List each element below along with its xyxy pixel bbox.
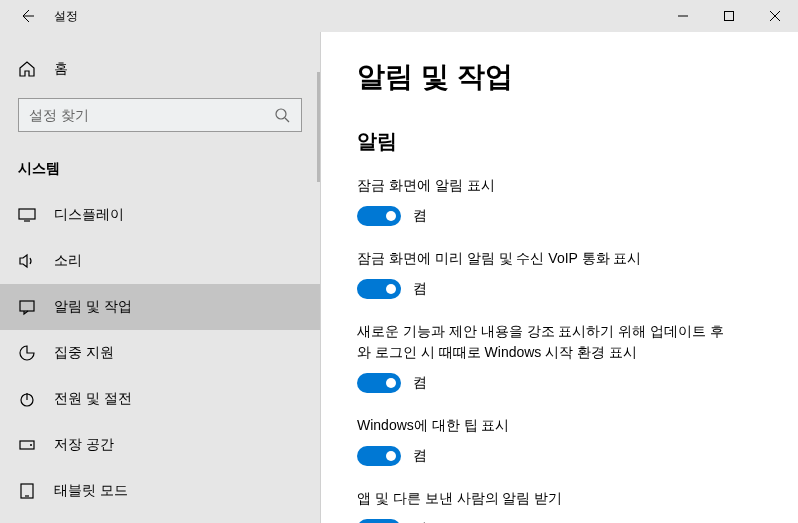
power-icon: [18, 390, 36, 408]
setting-label: 앱 및 다른 보낸 사람의 알림 받기: [357, 488, 737, 509]
close-button[interactable]: [752, 0, 798, 32]
toggle-state: 켬: [413, 374, 427, 392]
window-controls: [660, 0, 798, 32]
toggle-row: 켬: [357, 206, 762, 226]
search-input[interactable]: [29, 107, 273, 123]
content: 홈 시스템 디스플레이: [0, 32, 798, 523]
toggle-state: 켬: [413, 280, 427, 298]
svg-point-1: [276, 109, 286, 119]
home-icon: [18, 60, 36, 78]
category-header: 시스템: [0, 150, 320, 192]
setting-label: Windows에 대한 팁 표시: [357, 415, 737, 436]
sidebar-item-sound[interactable]: 소리: [0, 238, 320, 284]
scrollbar-thumb[interactable]: [317, 72, 320, 182]
toggle-state: 켬: [413, 207, 427, 225]
sidebar-item-display[interactable]: 디스플레이: [0, 192, 320, 238]
setting-label: 잠금 화면에 알림 표시: [357, 175, 737, 196]
sidebar-item-label: 알림 및 작업: [54, 298, 132, 316]
setting-lockscreen-notifications: 잠금 화면에 알림 표시 켬: [357, 175, 762, 226]
toggle-row: 켬: [357, 446, 762, 466]
setting-welcome-experience: 새로운 기능과 제안 내용을 강조 표시하기 위해 업데이트 후와 로그인 시 …: [357, 321, 762, 393]
toggle-switch[interactable]: [357, 446, 401, 466]
sidebar-item-notifications[interactable]: 알림 및 작업: [0, 284, 320, 330]
sidebar-item-power[interactable]: 전원 및 절전: [0, 376, 320, 422]
display-icon: [18, 206, 36, 224]
sidebar: 홈 시스템 디스플레이: [0, 32, 320, 523]
sidebar-item-tablet[interactable]: 태블릿 모드: [0, 468, 320, 514]
toggle-state: 켬: [413, 447, 427, 465]
settings-window: 설정 홈: [0, 0, 798, 523]
sidebar-item-label: 집중 지원: [54, 344, 114, 362]
svg-rect-0: [725, 12, 734, 21]
storage-icon: [18, 436, 36, 454]
sidebar-item-label: 태블릿 모드: [54, 482, 128, 500]
sidebar-item-label: 디스플레이: [54, 206, 124, 224]
notifications-icon: [18, 298, 36, 316]
titlebar: 설정: [0, 0, 798, 32]
toggle-switch[interactable]: [357, 206, 401, 226]
search-icon: [273, 106, 291, 124]
setting-lockscreen-reminders: 잠금 화면에 미리 알림 및 수신 VoIP 통화 표시 켬: [357, 248, 762, 299]
main-panel: 알림 및 작업 알림 잠금 화면에 알림 표시 켬 잠금 화면에 미리 알림 및…: [320, 32, 798, 523]
toggle-switch[interactable]: [357, 519, 401, 523]
section-title: 알림: [357, 128, 762, 155]
back-icon[interactable]: [18, 7, 36, 25]
toggle-switch[interactable]: [357, 373, 401, 393]
svg-rect-2: [19, 209, 35, 219]
focus-icon: [18, 344, 36, 362]
toggle-row: 켬: [357, 519, 762, 523]
sidebar-item-label: 저장 공간: [54, 436, 114, 454]
home-label: 홈: [54, 60, 68, 78]
search-box[interactable]: [18, 98, 302, 132]
nav-list: 디스플레이 소리 알림 및 작업: [0, 192, 320, 514]
setting-label: 새로운 기능과 제안 내용을 강조 표시하기 위해 업데이트 후와 로그인 시 …: [357, 321, 737, 363]
window-title: 설정: [54, 8, 78, 25]
titlebar-left: 설정: [0, 7, 78, 25]
tablet-icon: [18, 482, 36, 500]
page-title: 알림 및 작업: [357, 58, 762, 96]
sidebar-item-focus[interactable]: 집중 지원: [0, 330, 320, 376]
toggle-row: 켬: [357, 279, 762, 299]
setting-windows-tips: Windows에 대한 팁 표시 켬: [357, 415, 762, 466]
svg-point-6: [30, 444, 32, 446]
home-button[interactable]: 홈: [0, 50, 320, 88]
sound-icon: [18, 252, 36, 270]
sidebar-item-storage[interactable]: 저장 공간: [0, 422, 320, 468]
svg-rect-3: [20, 301, 34, 311]
toggle-row: 켬: [357, 373, 762, 393]
setting-label: 잠금 화면에 미리 알림 및 수신 VoIP 통화 표시: [357, 248, 737, 269]
toggle-switch[interactable]: [357, 279, 401, 299]
maximize-button[interactable]: [706, 0, 752, 32]
minimize-button[interactable]: [660, 0, 706, 32]
sidebar-item-label: 소리: [54, 252, 82, 270]
sidebar-item-label: 전원 및 절전: [54, 390, 132, 408]
setting-app-notifications: 앱 및 다른 보낸 사람의 알림 받기 켬: [357, 488, 762, 523]
